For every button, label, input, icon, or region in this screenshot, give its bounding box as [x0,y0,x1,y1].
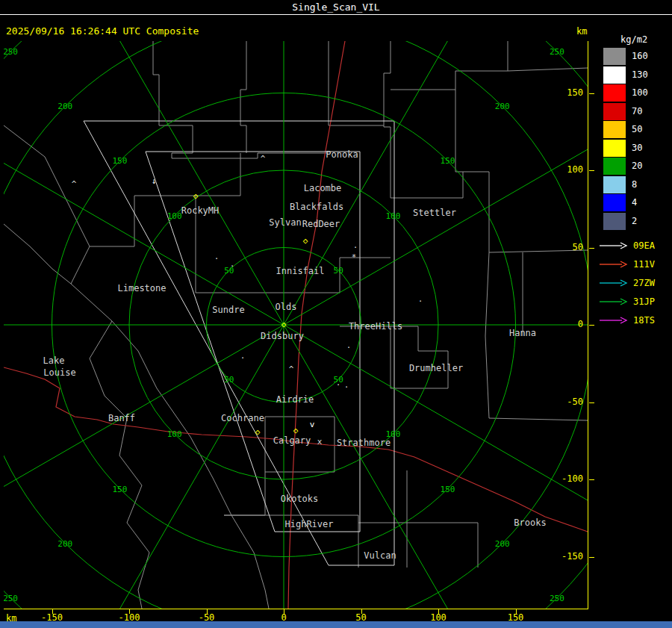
right-axis-tick [589,248,594,249]
radar-site-diamond-icon: ◇ [255,428,261,436]
city-label: Calgary [273,435,311,446]
legend-color-swatch [603,176,626,193]
legend-color-swatch [603,140,626,157]
legend-scale-row: 4 [603,194,671,211]
right-axis-label: 150 [553,87,583,98]
right-axis-label: -150 [553,551,583,562]
right-axis-tick [589,170,594,171]
bottom-axis-label: 150 [501,612,531,623]
legend-scale-row: 100 [603,84,671,102]
storm-track-legend: 09EA111V27ZW31JP18TS [599,236,671,329]
ring-distance-label: 200 [57,102,72,111]
scan-timestamp-label: 2025/09/16 16:26:44 UTC Composite [6,25,199,37]
city-label: Didsbury [261,331,304,341]
city-label: Airdrie [276,394,314,405]
city-label: Stettler [413,208,456,218]
ring-distance-label: 100 [167,211,182,220]
city-label: Lacombe [304,183,342,193]
storm-track-legend-row: 31JP [599,292,671,311]
city-label: Innisfail [276,266,324,276]
ring-distance-label: 250 [550,593,564,603]
city-label: RockyMH [181,205,220,216]
legend-scale-row: 130 [603,66,671,84]
city-label: Cochrane [221,413,264,423]
legend-color-swatch [603,48,626,65]
city-label: Ponoka [326,149,358,160]
legend-scale-value: 70 [632,106,642,116]
track-arrow-icon [599,316,629,325]
right-axis-label: -50 [553,397,583,407]
window-titlebar: Single_Scan_VIL [0,0,672,15]
legend-scale-row: 30 [603,140,671,157]
right-axis-label: -100 [553,473,583,484]
legend-scale-value: 2 [632,216,637,226]
ring-distance-label: 200 [495,538,510,548]
storm-track-legend-row: 27ZW [599,273,671,292]
legend-scale-value: 8 [632,179,637,190]
city-label: Blackfalds [290,202,343,212]
city-label: Olds [276,302,297,312]
city-label: Louise [43,367,75,378]
legend-color-swatch [603,194,626,211]
legend-scale-row: 70 [603,103,671,120]
storm-track-legend-row: 18TS [599,311,671,329]
track-id-label: 09EA [633,240,655,251]
track-arrow-icon [599,260,629,269]
legend-scale-value: 130 [632,69,648,80]
city-label: Hanna [509,328,536,338]
track-arrow-icon [599,279,629,287]
dot-marker-icon: · [344,383,349,391]
city-label: Lake [43,355,65,366]
ring-distance-label: 50 [224,375,234,385]
radar-map-view[interactable]: 5050505010010010010015015015015020020020… [4,41,588,609]
city-label: Limestone [117,283,166,293]
ring-distance-label: 150 [113,484,128,494]
bottom-axis-label: 50 [346,612,376,623]
city-label: HighRiver [284,519,333,529]
track-id-label: 31JP [633,296,655,307]
city-label: Sylvan [269,217,301,228]
ring-distance-label: 150 [441,484,455,494]
track-arrow-icon [599,241,629,250]
ring-distance-label: 50 [334,265,343,275]
ring-distance-label: 100 [385,211,400,220]
bottom-scrollbar[interactable] [0,621,672,628]
city-label: Banff [108,413,135,423]
legend-color-swatch [603,103,626,120]
storm-track-legend-row: 111V [599,255,671,273]
legend-scale-value: 50 [632,124,642,134]
legend-scale-value: 100 [632,87,648,98]
track-id-label: 18TS [633,315,655,326]
right-axis-tick [589,402,594,403]
dot-marker-icon: · [230,262,235,270]
legend-color-swatch [603,158,626,175]
radar-app-window: Single_Scan_VIL 2025/09/16 16:26:44 UTC … [0,0,672,628]
radar-site-diamond-icon: ◇ [293,426,299,435]
caret-marker-icon: ^ [261,155,266,163]
legend-scale-value: 160 [632,51,648,61]
legend-scale-row: 50 [603,121,671,138]
track-id-label: 111V [633,259,655,270]
right-axis-tick [589,93,594,94]
city-label: Strathmore [337,438,391,448]
radar-site-diamond-icon: ◇ [193,192,199,200]
city-label: RedDeer [302,219,340,229]
dot-marker-icon: · [353,243,358,252]
asterisk-marker-icon: * [352,253,357,261]
legend-color-swatch [603,121,626,138]
bottom-axis-label: 0 [269,612,299,623]
ring-distance-label: 250 [4,47,18,57]
city-label: Sundre [212,305,244,315]
ring-distance-label: 200 [57,538,72,548]
bottom-axis-label: -100 [114,612,144,623]
city-label: Vulcan [364,550,396,561]
right-axis-label: 100 [553,164,583,175]
dot-marker-icon: · [418,297,423,305]
bottom-axis-label: -50 [192,612,222,623]
ring-distance-label: 250 [550,47,564,57]
vil-color-scale: 16013010070503020842 [603,48,671,231]
legend-color-swatch [603,213,626,230]
bottom-axis-label: -150 [37,612,67,623]
legend-scale-row: 160 [603,48,671,65]
legend-color-swatch [603,84,626,102]
